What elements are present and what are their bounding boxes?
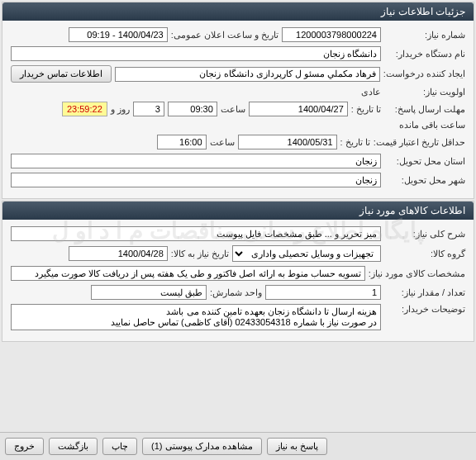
time-label-2: ساعت xyxy=(210,137,235,148)
item-date-input[interactable] xyxy=(69,246,168,261)
item-spec-label: مشخصات کالای مورد نیاز: xyxy=(369,268,465,279)
unit-input[interactable] xyxy=(91,285,207,300)
qty-label: تعداد / مقدار نیاز: xyxy=(384,287,465,298)
buyer-notes-textarea[interactable] xyxy=(11,304,381,330)
delivery-province-label: استان محل تحویل: xyxy=(384,156,465,167)
priority-label: اولویت نیاز: xyxy=(384,87,465,97)
exit-button[interactable]: خروج xyxy=(5,438,44,455)
delivery-city-label: شهر محل تحویل: xyxy=(384,175,465,186)
buyer-org-input[interactable] xyxy=(11,46,381,61)
deadline-label: مهلت ارسال پاسخ: xyxy=(384,104,465,115)
deadline-date-input[interactable] xyxy=(249,102,348,116)
view-attachments-button[interactable]: مشاهده مدارک پیوستی (1) xyxy=(142,438,262,455)
buyer-contact-button[interactable]: اطلاعات تماس خریدار xyxy=(11,65,112,83)
qty-input[interactable] xyxy=(265,285,381,300)
group-label: گروه کالا: xyxy=(384,249,465,259)
need-number-label: شماره نیاز: xyxy=(384,30,465,40)
back-button[interactable]: بازگشت xyxy=(49,438,98,455)
desc-label: شرح کلی نیاز: xyxy=(384,229,465,239)
remaining-days-input xyxy=(133,102,164,116)
buyer-notes-label: توضیحات خریدار: xyxy=(384,304,465,315)
group-select[interactable]: تجهیزات و وسایل تحصیلی واداری xyxy=(232,245,381,262)
footer-toolbar: پاسخ به نیاز مشاهده مدارک پیوستی (1) چاپ… xyxy=(0,432,476,460)
respond-button[interactable]: پاسخ به نیاز xyxy=(267,438,327,455)
validity-date-input[interactable] xyxy=(238,135,337,149)
requester-label: ایجاد کننده درخواست: xyxy=(383,69,465,79)
announce-datetime-input[interactable] xyxy=(69,27,168,42)
need-info-panel: جزئیات اطلاعات نیاز شماره نیاز: تاریخ و … xyxy=(2,2,474,199)
items-info-header: اطلاعات کالاهای مورد نیاز xyxy=(2,202,474,220)
need-info-header: جزئیات اطلاعات نیاز xyxy=(2,2,474,21)
time-label-1: ساعت xyxy=(221,104,245,115)
need-number-input[interactable] xyxy=(282,27,381,42)
print-button[interactable]: چاپ xyxy=(102,438,137,455)
countdown-time: 23:59:22 xyxy=(62,102,107,116)
items-info-panel: اطلاعات کالاهای مورد نیاز شرح کلی نیاز: … xyxy=(2,201,474,342)
item-date-label: تاریخ نیاز به کالا: xyxy=(171,249,229,259)
desc-input[interactable] xyxy=(11,226,381,241)
to-date-label-1: تا تاریخ : xyxy=(351,104,381,115)
validity-time-input[interactable] xyxy=(157,135,207,149)
buyer-org-label: نام دستگاه خریدار: xyxy=(384,49,465,59)
delivery-province-input[interactable] xyxy=(11,154,381,168)
days-and-label: روز و xyxy=(111,104,130,115)
remaining-label: ساعت باقی مانده xyxy=(399,120,465,130)
delivery-city-input[interactable] xyxy=(11,173,381,187)
to-date-label-2: تا تاریخ : xyxy=(340,137,370,148)
priority-value: عادی xyxy=(361,87,381,97)
requester-input[interactable] xyxy=(115,67,380,82)
min-validity-label: حداقل تاریخ اعتبار قیمت: xyxy=(374,137,465,148)
item-spec-input[interactable] xyxy=(11,266,365,281)
unit-label: واحد شمارش: xyxy=(210,287,262,298)
deadline-time-input[interactable] xyxy=(168,102,217,116)
announce-datetime-label: تاریخ و ساعت اعلان عمومی: xyxy=(171,30,278,40)
